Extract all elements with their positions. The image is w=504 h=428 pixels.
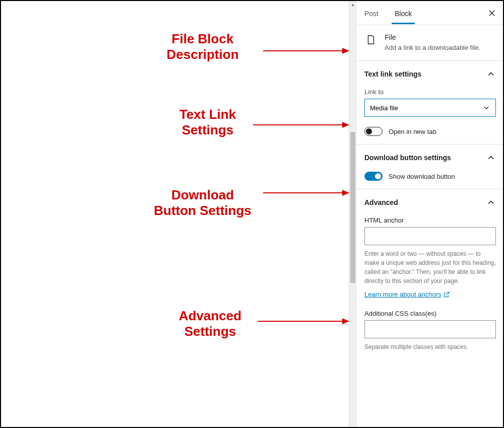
- scroll-up-icon[interactable]: ▲: [349, 1, 356, 8]
- settings-sidebar: Post Block File Add a link to a download…: [356, 1, 504, 427]
- chevron-down-icon: [482, 104, 490, 112]
- open-new-tab-toggle[interactable]: [364, 127, 383, 136]
- panel-header-download[interactable]: Download button settings: [364, 153, 496, 163]
- html-anchor-input[interactable]: [364, 227, 496, 245]
- external-link-icon: [443, 291, 450, 298]
- learn-more-label: Learn more about anchors: [364, 291, 441, 298]
- close-sidebar-button[interactable]: [483, 4, 501, 22]
- link-to-select[interactable]: Media file: [364, 99, 496, 117]
- vertical-scrollbar[interactable]: ▲: [349, 1, 356, 427]
- link-to-label: Link to: [364, 88, 496, 96]
- show-download-button-label: Show download button: [389, 173, 455, 180]
- block-subtitle: Add a link to a downloadable file.: [385, 43, 480, 52]
- annotation-arrow: [258, 321, 349, 322]
- html-anchor-label: HTML anchor: [364, 217, 496, 224]
- panel-title-download: Download button settings: [364, 154, 451, 162]
- scrollbar-thumb[interactable]: [350, 132, 355, 283]
- panel-header-advanced[interactable]: Advanced: [364, 197, 496, 207]
- panel-title-advanced: Advanced: [364, 198, 398, 206]
- panel-advanced: Advanced HTML anchor Enter a word or two…: [356, 189, 504, 360]
- block-description: File Add a link to a downloadable file.: [356, 25, 504, 61]
- learn-more-anchors-link[interactable]: Learn more about anchors: [364, 291, 450, 298]
- close-icon: [487, 9, 496, 18]
- show-download-button-toggle[interactable]: [364, 172, 383, 181]
- css-classes-input[interactable]: [364, 320, 496, 338]
- sidebar-tabs: Post Block: [356, 1, 504, 25]
- panel-header-text-link[interactable]: Text link settings: [364, 69, 496, 79]
- chevron-up-icon: [486, 197, 496, 207]
- annotation-text-link: Text LinkSettings: [167, 107, 248, 138]
- chevron-up-icon: [486, 153, 496, 163]
- chevron-up-icon: [486, 69, 496, 79]
- open-new-tab-label: Open in new tab: [389, 128, 436, 135]
- tab-post[interactable]: Post: [356, 3, 387, 24]
- block-title: File: [385, 33, 480, 41]
- annotation-advanced: AdvancedSettings: [167, 308, 253, 339]
- annotation-download-button: DownloadButton Settings: [147, 187, 258, 219]
- file-icon: [364, 33, 377, 46]
- tab-block[interactable]: Block: [387, 3, 420, 24]
- link-to-value: Media file: [370, 104, 398, 112]
- annotation-file-block-desc: File BlockDescription: [147, 31, 258, 62]
- panel-text-link-settings: Text link settings Link to Media file Op…: [356, 61, 504, 145]
- annotation-arrow: [263, 50, 349, 51]
- annotation-arrow: [253, 124, 349, 125]
- panel-download-button-settings: Download button settings Show download b…: [356, 145, 504, 189]
- annotation-arrow: [263, 192, 349, 193]
- css-classes-label: Additional CSS class(es): [364, 310, 496, 317]
- css-classes-help: Separate multiple classes with spaces.: [364, 342, 496, 351]
- html-anchor-help: Enter a word or two — without spaces — t…: [364, 249, 496, 286]
- panel-title-text-link: Text link settings: [364, 70, 421, 78]
